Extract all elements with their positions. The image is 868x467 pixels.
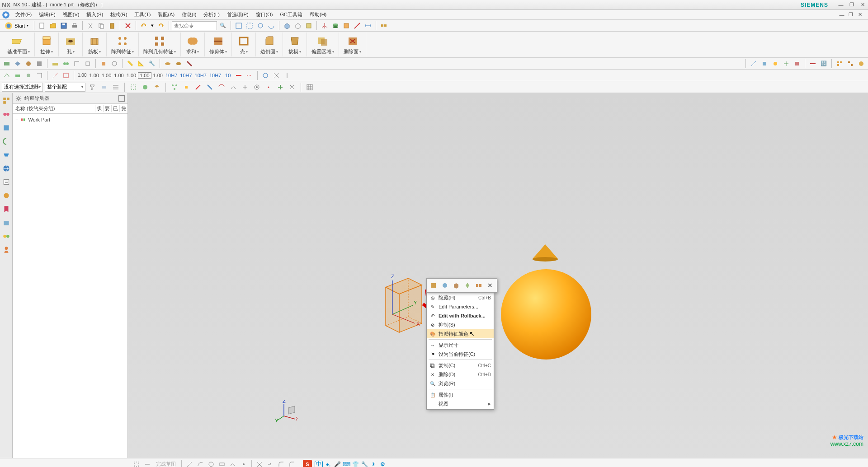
sketch-spline[interactable]: [228, 459, 238, 467]
rail-history[interactable]: [1, 177, 11, 187]
num-btn[interactable]: 1.00: [88, 73, 99, 78]
menu-assembly[interactable]: 装配(A): [154, 10, 178, 19]
snap-btn[interactable]: [228, 82, 238, 92]
wcs-icon[interactable]: [320, 21, 330, 31]
tb2-btn[interactable]: [770, 59, 780, 69]
view-triad[interactable]: Z X Y: [275, 400, 297, 423]
popup-btn-4[interactable]: [462, 280, 472, 290]
ctx-copy[interactable]: ⿻复制(C)Ctrl+C: [427, 361, 494, 370]
ctx-delete[interactable]: ✕删除(D)Ctrl+D: [427, 370, 494, 379]
rail-assembly-nav[interactable]: [1, 96, 11, 106]
tb3-btn[interactable]: [50, 70, 60, 80]
tb3-btn[interactable]: [24, 70, 33, 80]
snap-btn[interactable]: [217, 82, 226, 92]
snap-btn[interactable]: [181, 82, 191, 92]
num-btn[interactable]: 10H7: [194, 73, 208, 78]
maximize-button[interactable]: ❐: [848, 1, 855, 9]
filter-btn[interactable]: [111, 82, 121, 92]
command-search[interactable]: [172, 21, 217, 30]
ribbon-hole[interactable]: 孔: [59, 33, 83, 56]
ctx-browse[interactable]: 🔍浏览(R): [427, 379, 494, 388]
tb3-btn[interactable]: [234, 70, 244, 80]
save-button[interactable]: [59, 21, 69, 31]
num-btn[interactable]: 1.00: [101, 73, 112, 78]
tb2-btn[interactable]: [856, 59, 866, 69]
render-shaded[interactable]: [282, 21, 292, 31]
rail-browser[interactable]: [1, 163, 11, 173]
tb2-btn[interactable]: 📐: [136, 59, 146, 69]
print-button[interactable]: [70, 21, 80, 31]
tb2-btn[interactable]: [781, 59, 791, 69]
tb3-btn[interactable]: [61, 70, 71, 80]
num-btn[interactable]: 10H7: [179, 73, 193, 78]
ctx-suppress[interactable]: ⊘抑制(S): [427, 320, 494, 329]
sketch-rect[interactable]: [217, 459, 227, 467]
open-button[interactable]: [48, 21, 58, 31]
rail-constraint-nav[interactable]: [1, 109, 11, 119]
tb2-btn[interactable]: 🔢: [819, 59, 829, 69]
doc-close[interactable]: ✕: [856, 11, 863, 19]
delete-button[interactable]: [123, 21, 133, 31]
menu-view[interactable]: 视图(V): [59, 10, 83, 19]
ribbon-extrude[interactable]: 拉伸: [35, 33, 59, 56]
ribbon-unite[interactable]: 求和: [181, 33, 205, 56]
selected-block[interactable]: Z X Y: [381, 274, 426, 337]
ctx-view[interactable]: 视图▶: [427, 399, 494, 408]
sketch-arc[interactable]: [195, 459, 205, 467]
tb2-btn[interactable]: [34, 59, 44, 69]
view-pan[interactable]: [255, 21, 265, 31]
num-btn[interactable]: 1.00: [138, 72, 151, 79]
sogou-ime-icon[interactable]: S: [303, 460, 312, 467]
ime-mic[interactable]: 🎤: [334, 461, 341, 467]
snap-btn[interactable]: [264, 82, 274, 92]
ime-skin[interactable]: 👕: [352, 461, 359, 467]
col-done[interactable]: 已: [111, 105, 119, 112]
tb2-btn[interactable]: [99, 59, 108, 69]
new-button[interactable]: [37, 21, 47, 31]
menu-preferences[interactable]: 首选项(P): [223, 10, 252, 19]
render-wire[interactable]: [293, 21, 303, 31]
popup-btn-3[interactable]: [451, 280, 461, 290]
tb2-btn[interactable]: [109, 59, 119, 69]
col-state[interactable]: 状: [95, 105, 103, 112]
num-btn[interactable]: 1.00: [77, 73, 87, 78]
menu-insert[interactable]: 插入(S): [83, 10, 107, 19]
rail-hd3d[interactable]: [1, 150, 11, 160]
ribbon-offset[interactable]: 偏置区域: [307, 33, 339, 56]
rail-process[interactable]: [1, 191, 11, 201]
tb2-btn[interactable]: [72, 59, 82, 69]
tb3-btn[interactable]: [245, 70, 255, 80]
menu-info[interactable]: 信息(I): [178, 10, 200, 19]
num-btn[interactable]: 10H7: [165, 73, 178, 78]
doc-minimize[interactable]: —: [838, 11, 845, 19]
ctx-assign-color[interactable]: 🎨指派特征颜色: [427, 329, 494, 338]
rail-visual[interactable]: [1, 218, 11, 228]
tb2-btn[interactable]: 📏: [125, 59, 135, 69]
cut-button[interactable]: [85, 21, 95, 31]
tb3-btn[interactable]: [271, 70, 281, 80]
num-btn[interactable]: 10H7: [208, 73, 222, 78]
assy-icon[interactable]: [379, 21, 389, 31]
num-btn[interactable]: 1.00: [152, 73, 164, 78]
menu-gctoolkit[interactable]: GC工具箱: [276, 10, 306, 19]
menu-help[interactable]: 帮助(H): [306, 10, 330, 19]
rail-system[interactable]: [1, 231, 11, 241]
start-button[interactable]: Start▾: [2, 21, 31, 31]
ime-lang[interactable]: 中: [315, 461, 323, 467]
ctx-edit-params[interactable]: ✎Edit Parameters...: [427, 302, 494, 311]
tb3-btn[interactable]: [282, 70, 292, 80]
minimize-button[interactable]: —: [837, 1, 844, 9]
sketch-btn[interactable]: [132, 459, 142, 467]
ctx-edit-rollback[interactable]: ↶Edit with Rollback...: [427, 311, 494, 320]
tb2-btn[interactable]: [83, 59, 93, 69]
popup-btn-1[interactable]: [429, 280, 439, 290]
ctx-show-dims[interactable]: ↔显示尺寸: [427, 341, 494, 350]
undo-list[interactable]: ▾: [150, 21, 155, 31]
tb2-btn[interactable]: [760, 59, 769, 69]
sketch-circle[interactable]: [206, 459, 216, 467]
ribbon-trim[interactable]: 修剪体: [205, 33, 232, 56]
ribbon-shell[interactable]: 壳: [232, 33, 256, 56]
ribbon-datum[interactable]: 基准平面: [3, 33, 35, 56]
snap-btn[interactable]: [205, 82, 215, 92]
popup-btn-5[interactable]: [474, 280, 484, 290]
